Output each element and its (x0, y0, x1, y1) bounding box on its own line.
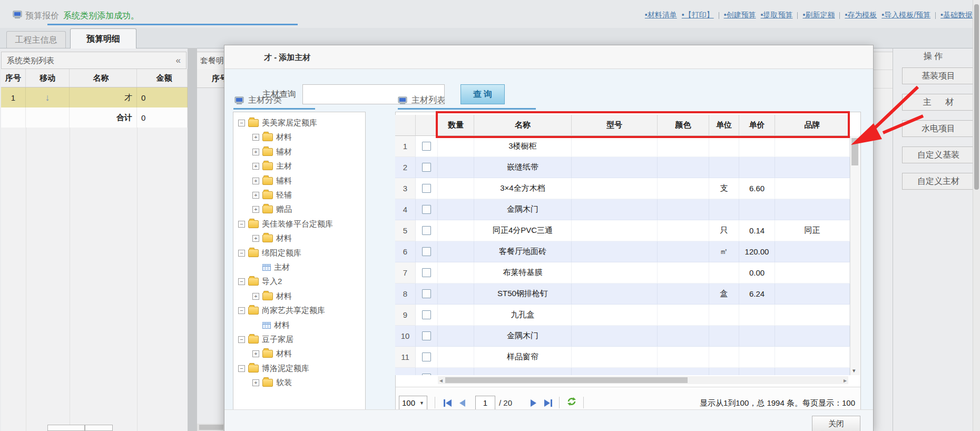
tab-budget-detail[interactable]: 预算明细 (70, 28, 136, 48)
scroll-down-icon[interactable]: ▾ (852, 367, 856, 374)
expand-toggle-icon[interactable]: + (252, 293, 259, 300)
table-row[interactable]: 11 样品窗帘 (395, 347, 850, 368)
refresh-icon[interactable] (566, 397, 577, 406)
page-number-input[interactable] (475, 396, 495, 410)
main-material-button[interactable]: 主 材 (902, 94, 975, 111)
close-button[interactable]: 关闭 (812, 416, 860, 431)
row-checkbox[interactable] (422, 163, 431, 172)
link-separator (935, 12, 936, 19)
table-vscrollbar-thumb[interactable] (851, 138, 858, 165)
row-checkbox[interactable] (422, 352, 431, 361)
custom-base-install-button[interactable]: 自定义基装 (902, 146, 975, 163)
plumbing-electric-items-button[interactable]: 水电项目 (902, 120, 975, 137)
hidden-hscrollbar[interactable] (197, 424, 224, 431)
row-checkbox[interactable] (422, 331, 431, 340)
link-extract-budget[interactable]: •提取预算 (761, 11, 793, 20)
total-amount: 0 (137, 107, 188, 128)
tree-item[interactable]: + 软装 (252, 377, 292, 388)
collapse-toggle-icon[interactable]: − (238, 250, 245, 257)
tree-item[interactable]: − 美美家居定额库 (238, 117, 317, 129)
collapse-toggle-icon[interactable]: − (238, 336, 245, 343)
row-checkbox[interactable] (422, 247, 431, 256)
tree-item[interactable]: 材料 (252, 319, 290, 331)
tree-item[interactable]: + 辅材 (252, 146, 292, 158)
table-row[interactable]: 2 嵌缝纸带 (395, 157, 850, 178)
expand-toggle-icon[interactable]: + (252, 192, 259, 199)
tree-item[interactable]: − 绵阳定额库 (238, 247, 301, 259)
table-row[interactable]: 10 金隅木门 (395, 326, 850, 347)
tree-item[interactable]: − 博洛泥定额库 (238, 363, 309, 374)
first-page-button[interactable] (442, 397, 454, 409)
link-create-budget[interactable]: •创建预算 (724, 11, 756, 20)
search-button[interactable]: 查 询 (460, 84, 505, 104)
table-hscrollbar-thumb[interactable] (445, 377, 688, 383)
tree-item[interactable]: + 辅料 (252, 175, 292, 187)
table-row[interactable]: 4 金隅木门 (395, 199, 850, 220)
scroll-left-icon[interactable]: ◂ (438, 377, 444, 384)
table-row[interactable]: 9 九孔盒 (395, 305, 850, 326)
collapse-toggle-icon[interactable]: − (238, 307, 245, 314)
expand-toggle-icon[interactable]: + (252, 134, 259, 141)
custom-main-material-button[interactable]: 自定义主材 (902, 173, 975, 190)
tree-item[interactable]: + 材料 (252, 348, 292, 359)
page-vscrollbar-thumb[interactable] (974, 4, 979, 190)
row-checkbox[interactable] (422, 184, 431, 193)
expand-toggle-icon[interactable]: + (252, 350, 259, 357)
table-vscrollbar[interactable]: ▾ (850, 136, 860, 375)
tab-project-info[interactable]: 工程主信息 (6, 31, 66, 48)
expand-toggle-icon[interactable]: + (252, 178, 259, 184)
tree-item[interactable]: − 美佳装修平台定额库 (238, 218, 333, 230)
link-base-data[interactable]: •基础数据 (940, 11, 973, 20)
row-checkbox[interactable] (422, 142, 431, 151)
tree-item[interactable]: 主材 (252, 261, 290, 273)
table-hscrollbar[interactable]: ◂ ▸ (438, 376, 848, 384)
table-row[interactable]: 6 客餐厅地面砖 ㎡ 120.00 (395, 241, 850, 262)
expand-toggle-icon[interactable]: + (252, 379, 259, 386)
table-row[interactable]: 8 ST50钢排枪钉 盒 6.24 (395, 283, 850, 305)
table-row[interactable]: 3 3×4全方木档 支 6.60 (395, 178, 850, 199)
table-row[interactable]: 5 同正4分PVC三通 只 0.14 同正 (395, 220, 850, 241)
table-row[interactable]: 7 布莱特基膜 0.00 (395, 262, 850, 283)
row-checkbox[interactable] (422, 268, 431, 277)
link-save-template[interactable]: •存为模板 (845, 11, 877, 20)
category-row-selected[interactable]: 1 ↓ 才 0 (1, 87, 188, 108)
tree-item[interactable]: + 材料 (252, 290, 292, 302)
collapse-toggle-icon[interactable]: − (238, 120, 245, 126)
row-checkbox[interactable] (422, 374, 431, 375)
page-vscrollbar[interactable] (973, 0, 980, 431)
row-checkbox[interactable] (422, 310, 431, 319)
collapse-toggle-icon[interactable]: − (238, 278, 245, 285)
base-install-items-button[interactable]: 基装项目 (902, 67, 975, 84)
expand-toggle-icon[interactable]: + (252, 163, 259, 170)
collapse-toggle-icon[interactable]: − (238, 221, 245, 228)
expand-toggle-icon[interactable]: + (252, 235, 259, 242)
tree-item[interactable]: − 导入2 (238, 276, 282, 287)
prev-page-button[interactable] (457, 397, 468, 409)
tree-item[interactable]: − 豆子家居 (238, 334, 293, 345)
table-row[interactable]: 12 (395, 368, 850, 375)
expand-toggle-icon[interactable]: + (252, 206, 259, 213)
last-page-button[interactable] (542, 397, 554, 409)
row-checkbox[interactable] (422, 289, 431, 298)
link-refresh-quota[interactable]: •刷新定额 (802, 11, 835, 20)
collapse-panel-icon[interactable]: « (176, 52, 181, 68)
page-size-select[interactable]: 100 ▼ (399, 396, 427, 410)
row-checkbox[interactable] (422, 226, 431, 235)
expand-toggle-icon[interactable]: + (252, 149, 259, 155)
next-page-button[interactable] (527, 397, 539, 409)
row-checkbox[interactable] (422, 205, 431, 214)
tree-item[interactable]: + 轻辅 (252, 189, 292, 201)
link-material-list[interactable]: •材料清单 (645, 11, 677, 20)
tree-item[interactable]: − 尚家艺共享定额库 (238, 305, 325, 316)
link-print[interactable]: •【打印】 (682, 11, 714, 20)
table-row[interactable]: 1 3楼橱柜 (395, 136, 850, 157)
panel-splitter[interactable] (188, 48, 197, 431)
tree-item[interactable]: + 材料 (252, 232, 292, 244)
collapse-toggle-icon[interactable]: − (238, 365, 245, 372)
link-import-template[interactable]: •导入模板/预算 (881, 11, 930, 20)
tree-item[interactable]: + 主材 (252, 160, 292, 172)
tree-item[interactable]: + 材料 (252, 131, 292, 143)
tree-item[interactable]: + 赠品 (252, 203, 292, 215)
scroll-right-icon[interactable]: ▸ (842, 377, 848, 384)
move-down-icon[interactable]: ↓ (45, 92, 50, 103)
